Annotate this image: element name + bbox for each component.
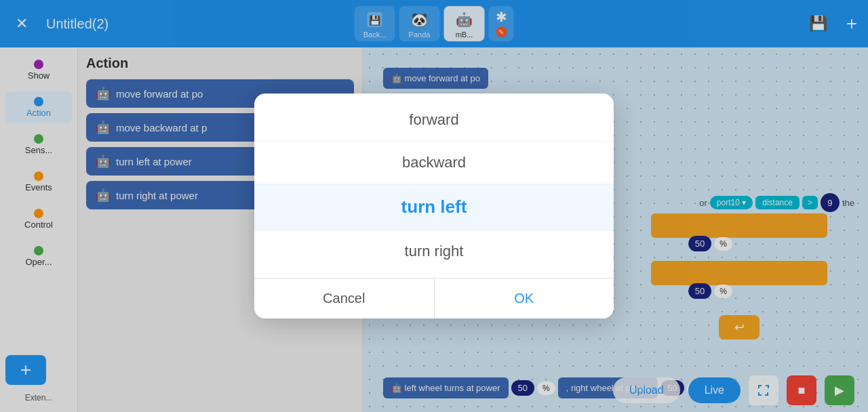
modal-footer: Cancel OK — [254, 278, 614, 318]
modal-ok-button[interactable]: OK — [435, 279, 614, 318]
modal-overlay[interactable]: forward backward turn left turn right Ca… — [0, 0, 868, 412]
modal-option-turnright[interactable]: turn right — [254, 230, 614, 272]
modal-option-backward[interactable]: backward — [254, 142, 614, 184]
modal-dialog: forward backward turn left turn right Ca… — [254, 94, 614, 318]
modal-option-forward[interactable]: forward — [254, 99, 614, 142]
modal-option-turnleft[interactable]: turn left — [254, 184, 614, 230]
modal-cancel-button[interactable]: Cancel — [254, 279, 435, 318]
modal-options-list: forward backward turn left turn right — [254, 94, 614, 278]
